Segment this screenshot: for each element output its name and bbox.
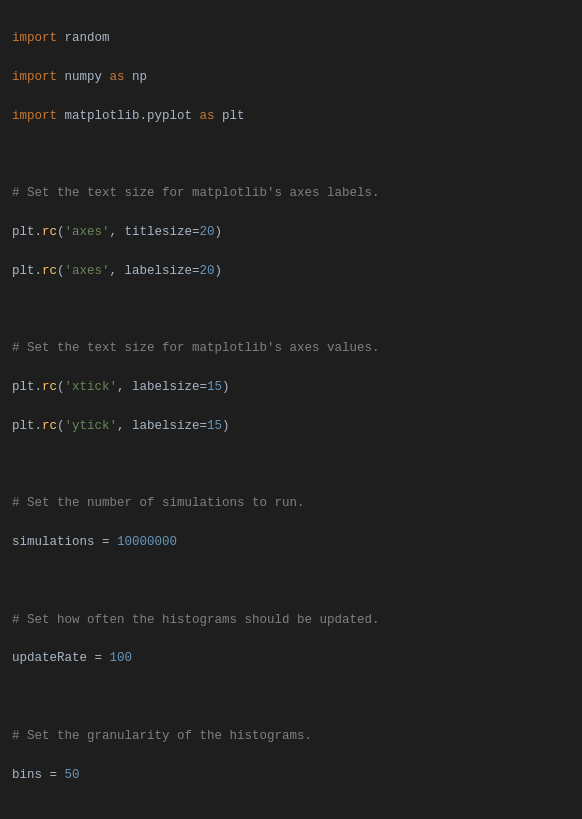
line-16: # Set how often the histograms should be… xyxy=(12,611,570,630)
line-9: # Set the text size for matplotlib's axe… xyxy=(12,339,570,358)
line-3: import matplotlib.pyplot as plt xyxy=(12,107,570,126)
line-15 xyxy=(12,572,570,591)
line-21 xyxy=(12,804,570,819)
line-2: import numpy as np xyxy=(12,68,570,87)
line-13: # Set the number of simulations to run. xyxy=(12,494,570,513)
line-18 xyxy=(12,688,570,707)
line-8 xyxy=(12,301,570,320)
line-5: # Set the text size for matplotlib's axe… xyxy=(12,184,570,203)
line-17: updateRate = 100 xyxy=(12,649,570,668)
line-14: simulations = 10000000 xyxy=(12,533,570,552)
code-editor: import random import numpy as np import … xyxy=(12,10,570,819)
line-11: plt.rc('ytick', labelsize=15) xyxy=(12,417,570,436)
line-12 xyxy=(12,456,570,475)
line-4 xyxy=(12,146,570,165)
line-1: import random xyxy=(12,29,570,48)
line-6: plt.rc('axes', titlesize=20) xyxy=(12,223,570,242)
line-19: # Set the granularity of the histograms. xyxy=(12,727,570,746)
line-20: bins = 50 xyxy=(12,766,570,785)
line-7: plt.rc('axes', labelsize=20) xyxy=(12,262,570,281)
line-10: plt.rc('xtick', labelsize=15) xyxy=(12,378,570,397)
